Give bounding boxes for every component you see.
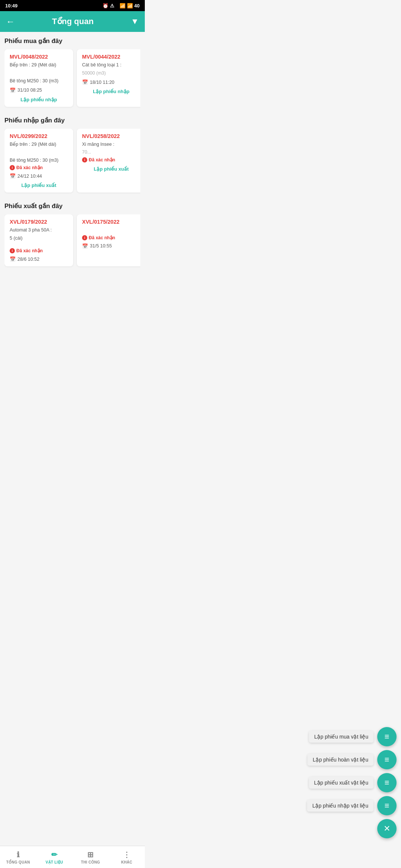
info-icon-4: i [10,248,15,253]
top-bar: ← Tổng quan ▼ [0,11,145,32]
back-button[interactable]: ← [6,16,15,27]
filter-button[interactable]: ▼ [131,17,139,26]
import-card-1-action[interactable]: Lập phiếu xuất [10,183,68,188]
section-title-import: Phiếu nhập gần đây [4,116,140,124]
calendar-icon-1: 📅 [10,88,16,93]
info-icon-5: i [82,235,87,240]
warning-icon: ⚠ [110,3,114,9]
purchase-card-1-line3: Bê tông M250 : 30 (m3) [10,78,68,85]
export-card-2-status: i Đã xác nhận [82,235,140,240]
import-card-2-action[interactable]: Lập phiếu xuất [82,166,140,172]
export-card-1-status: i Đã xác nhận [10,248,68,253]
export-card-2-date: 📅 31/5 10:55 [82,243,140,249]
purchase-card-2-line2: 50000 (m3) [82,70,140,77]
import-card-2-line1: Xi măng Insee : [82,141,140,148]
import-card-2-status: i Đã xác nhận [82,157,140,162]
purchase-card-2: MVL/0044/2022 Cát bê tông loại 1 : 50000… [77,49,140,107]
import-card-1-line3: Bê tông M250 : 30 (m3) [10,157,68,164]
info-icon-1: i [10,165,15,170]
import-card-2: NVL/0258/2022 Xi măng Insee : 70... i Đã… [77,129,140,193]
purchase-card-1-action[interactable]: Lập phiếu nhập [10,97,68,102]
import-card-1-date: 📅 24/12 10:44 [10,173,68,179]
status-icons: ⏰ ⚠ 📶 📶 40 [102,3,140,9]
purchase-card-2-action[interactable]: Lập phiếu nhập [82,89,140,94]
main-content: Phiếu mua gần đây MVL/0048/2022 Bếp trên… [0,32,145,314]
purchase-card-2-line1: Cát bê tông loại 1 : [82,62,140,69]
purchase-card-1-line2 [10,70,68,77]
status-bar: 10:49 ⏰ ⚠ 📶 📶 40 [0,0,145,11]
import-card-2-line2: 70... [82,149,140,156]
calendar-icon-2: 📅 [82,79,88,85]
export-card-2-id: XVL/0175/2022 [82,219,140,225]
info-icon-2: i [82,157,87,162]
export-cards-row: XVL/0179/2022 Automat 3 pha 50A : 5 (cái… [4,214,140,269]
import-card-1: NVL/0299/2022 Bếp trên : 29 (Mét dài) Bê… [4,129,73,193]
purchase-card-1-id: MVL/0048/2022 [10,54,68,60]
calendar-icon-4: 📅 [10,256,16,262]
export-card-2-line1 [82,227,140,234]
calendar-icon-5: 📅 [82,243,88,249]
alarm-icon: ⏰ [102,3,108,9]
section-title-export: Phiếu xuất gần đây [4,202,140,210]
export-card-1-id: XVL/0179/2022 [10,219,68,225]
import-card-1-line1: Bếp trên : 29 (Mét dài) [10,141,68,148]
signal-icon: 📶 [120,3,125,9]
import-card-2-id: NVL/0258/2022 [82,133,140,139]
export-card-1: XVL/0179/2022 Automat 3 pha 50A : 5 (cái… [4,214,73,266]
export-card-2: XVL/0175/2022 i Đã xác nhận 📅 31/5 10:55 [77,214,140,266]
calendar-icon-3: 📅 [10,173,16,179]
purchase-cards-row: MVL/0048/2022 Bếp trên : 29 (Mét dài) Bê… [4,49,140,110]
import-card-1-line2 [10,149,68,156]
export-card-1-line2: 5 (cái) [10,235,68,242]
export-card-1-line1: Automat 3 pha 50A : [10,227,68,234]
purchase-card-2-date: 📅 18/10 11:20 [82,79,140,85]
battery-label: 40 [134,3,140,9]
export-card-1-date: 📅 28/6 10:52 [10,256,68,262]
import-card-1-id: NVL/0299/2022 [10,133,68,139]
import-cards-row: NVL/0299/2022 Bếp trên : 29 (Mét dài) Bê… [4,129,140,196]
page-title: Tổng quan [52,17,94,26]
purchase-card-1-line1: Bếp trên : 29 (Mét dài) [10,62,68,69]
purchase-card-1: MVL/0048/2022 Bếp trên : 29 (Mét dài) Bê… [4,49,73,107]
purchase-card-1-date: 📅 31/10 08:25 [10,88,68,93]
section-title-purchase: Phiếu mua gần đây [4,37,140,45]
wifi-icon: 📶 [127,3,133,9]
status-time: 10:49 [5,3,17,9]
purchase-card-2-id: MVL/0044/2022 [82,54,140,60]
import-card-1-status: i Đã xác nhận [10,165,68,170]
